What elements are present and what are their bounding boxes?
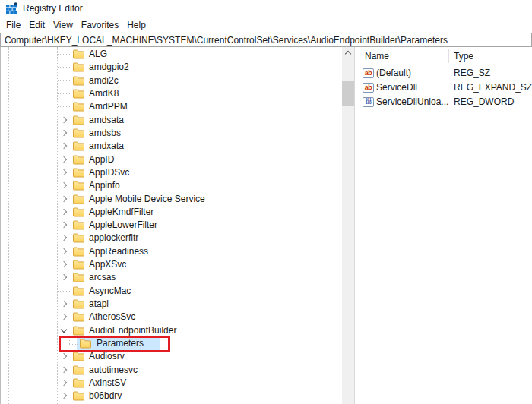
menu-bar: FileEditViewFavoritesHelp bbox=[0, 17, 532, 33]
folder-icon bbox=[73, 89, 84, 99]
menu-favorites[interactable]: Favorites bbox=[81, 20, 119, 30]
tree-item-autotimesvc[interactable]: autotimesvc bbox=[1, 364, 342, 377]
tree-connector bbox=[69, 337, 70, 344]
tree-item-arcsas[interactable]: arcsas bbox=[1, 271, 342, 284]
tree-item-audioendpointbuilder[interactable]: AudioEndpointBuilder bbox=[1, 324, 342, 337]
tree-item-amdi2c[interactable]: amdi2c bbox=[1, 74, 342, 87]
registry-editor-app-icon bbox=[5, 2, 17, 14]
tree-item-axinstsv[interactable]: AxInstSV bbox=[1, 377, 342, 390]
folder-icon bbox=[73, 155, 84, 165]
tree-item-label: ALG bbox=[89, 48, 107, 61]
tree-item-atherossvc[interactable]: AtherosSvc bbox=[1, 311, 342, 324]
tree-connector bbox=[58, 80, 70, 81]
address-bar[interactable]: Computer\HKEY_LOCAL_MACHINE\SYSTEM\Curre… bbox=[0, 33, 532, 47]
chevron-right-icon[interactable] bbox=[61, 261, 67, 267]
chevron-right-icon[interactable] bbox=[61, 235, 67, 241]
tree-item-amdxata[interactable]: amdxata bbox=[1, 140, 342, 153]
column-headers: Name Type bbox=[359, 47, 532, 65]
tree-item-apple-mobile-device-service[interactable]: Apple Mobile Device Service bbox=[1, 193, 342, 206]
tree-item-appid[interactable]: AppID bbox=[1, 153, 342, 166]
chevron-right-icon[interactable] bbox=[61, 222, 67, 228]
folder-icon bbox=[80, 339, 91, 349]
tree-item-amdsata[interactable]: amdsata bbox=[1, 114, 342, 127]
tree-item-amdk8[interactable]: AmdK8 bbox=[1, 87, 342, 100]
chevron-right-icon[interactable] bbox=[61, 393, 67, 399]
chevron-right-icon[interactable] bbox=[61, 366, 67, 372]
tree-item-label: AppXSvc bbox=[89, 258, 126, 271]
menu-edit[interactable]: Edit bbox=[29, 20, 45, 30]
chevron-right-icon[interactable] bbox=[61, 116, 67, 122]
chevron-right-icon[interactable] bbox=[61, 248, 67, 254]
column-header-name[interactable]: Name bbox=[365, 47, 389, 65]
tree-item-label: AppleKmdfFilter bbox=[89, 206, 154, 219]
tree-item-audiosrv[interactable]: Audiosrv bbox=[1, 350, 342, 363]
tree-item-asyncmac[interactable]: AsyncMac bbox=[1, 285, 342, 298]
tree-item-applelowerfilter[interactable]: AppleLowerFilter bbox=[1, 219, 342, 232]
value-name: (Default) bbox=[376, 66, 411, 80]
chevron-right-icon[interactable] bbox=[61, 274, 67, 280]
tree-item-label: Parameters bbox=[97, 337, 144, 350]
scrollbar-thumb[interactable] bbox=[342, 81, 354, 106]
tree-item-b06bdrv[interactable]: b06bdrv bbox=[1, 390, 342, 402]
menu-help[interactable]: Help bbox=[127, 20, 146, 30]
tree-item-applockerfltr[interactable]: applockerfltr bbox=[1, 232, 342, 245]
menu-view[interactable]: View bbox=[53, 20, 73, 30]
tree-item-label: amdsbs bbox=[89, 127, 121, 140]
column-separator[interactable] bbox=[448, 49, 449, 63]
chevron-right-icon[interactable] bbox=[61, 314, 67, 320]
chevron-right-icon[interactable] bbox=[61, 195, 67, 201]
chevron-right-icon[interactable] bbox=[61, 209, 67, 215]
column-header-type[interactable]: Type bbox=[454, 47, 473, 65]
tree-item-alg[interactable]: ALG bbox=[1, 48, 342, 61]
tree-item-label: Audiosrv bbox=[89, 350, 125, 363]
values-pane: Name Type ab(Default)REG_SZabServiceDllR… bbox=[359, 47, 532, 404]
chevron-down-icon[interactable] bbox=[61, 326, 67, 332]
value-type: REG_DWORD bbox=[454, 95, 514, 109]
chevron-right-icon[interactable] bbox=[61, 156, 67, 162]
folder-icon bbox=[73, 391, 84, 401]
tree-item-label: AppleLowerFilter bbox=[89, 219, 157, 232]
chevron-right-icon[interactable] bbox=[61, 380, 67, 386]
window-title: Registry Editor bbox=[23, 3, 83, 14]
tree-item-appreadiness[interactable]: AppReadiness bbox=[1, 245, 342, 258]
tree-item-atapi[interactable]: atapi bbox=[1, 298, 342, 311]
scrollbar-up-button[interactable] bbox=[342, 47, 354, 59]
tree-item-label: AudioEndpointBuilder bbox=[89, 324, 176, 337]
tree-item-parameters[interactable]: Parameters bbox=[1, 337, 342, 350]
tree-item-appxsvc[interactable]: AppXSvc bbox=[1, 258, 342, 271]
folder-icon bbox=[73, 76, 84, 86]
folder-icon bbox=[73, 168, 84, 178]
folder-icon bbox=[73, 352, 84, 361]
folder-icon bbox=[73, 273, 84, 282]
tree-item-label: AppIDSvc bbox=[89, 166, 129, 179]
tree-connector bbox=[58, 93, 70, 94]
tree-item-appidsvc[interactable]: AppIDSvc bbox=[1, 166, 342, 179]
tree-item-amdsbs[interactable]: amdsbs bbox=[1, 127, 342, 140]
chevron-right-icon[interactable] bbox=[61, 182, 67, 188]
tree-item-label: Apple Mobile Device Service bbox=[89, 193, 205, 206]
address-path: Computer\HKEY_LOCAL_MACHINE\SYSTEM\Curre… bbox=[5, 35, 448, 46]
folder-icon bbox=[73, 102, 84, 112]
tree-item-amdgpio2[interactable]: amdgpio2 bbox=[1, 61, 342, 74]
chevron-right-icon[interactable] bbox=[61, 169, 67, 175]
tree-item-label: AppID bbox=[89, 153, 114, 166]
chevron-right-icon[interactable] bbox=[61, 301, 67, 307]
folder-icon bbox=[73, 286, 84, 296]
value-row-servicedll[interactable]: abServiceDllREG_EXPAND_SZ bbox=[359, 80, 532, 95]
menu-file[interactable]: File bbox=[6, 20, 21, 30]
tree-item-amdppm[interactable]: AmdPPM bbox=[1, 100, 342, 113]
tree-vertical-scrollbar[interactable] bbox=[342, 47, 354, 404]
tree-item-label: b06bdrv bbox=[89, 390, 122, 402]
folder-icon bbox=[73, 312, 84, 322]
value-row-default[interactable]: ab(Default)REG_SZ bbox=[359, 66, 532, 80]
tree-item-appinfo[interactable]: Appinfo bbox=[1, 179, 342, 192]
folder-icon bbox=[73, 207, 84, 217]
folder-icon bbox=[73, 378, 84, 388]
pane-splitter[interactable] bbox=[354, 47, 359, 404]
value-name: ServiceDll bbox=[376, 80, 417, 95]
tree-item-applekmdffilter[interactable]: AppleKmdfFilter bbox=[1, 206, 342, 219]
value-row-servicedllunloa[interactable]: 011 110ServiceDllUnloa...REG_DWORD bbox=[359, 95, 532, 109]
chevron-right-icon[interactable] bbox=[61, 353, 67, 359]
chevron-right-icon[interactable] bbox=[61, 130, 67, 136]
chevron-right-icon[interactable] bbox=[61, 143, 67, 149]
